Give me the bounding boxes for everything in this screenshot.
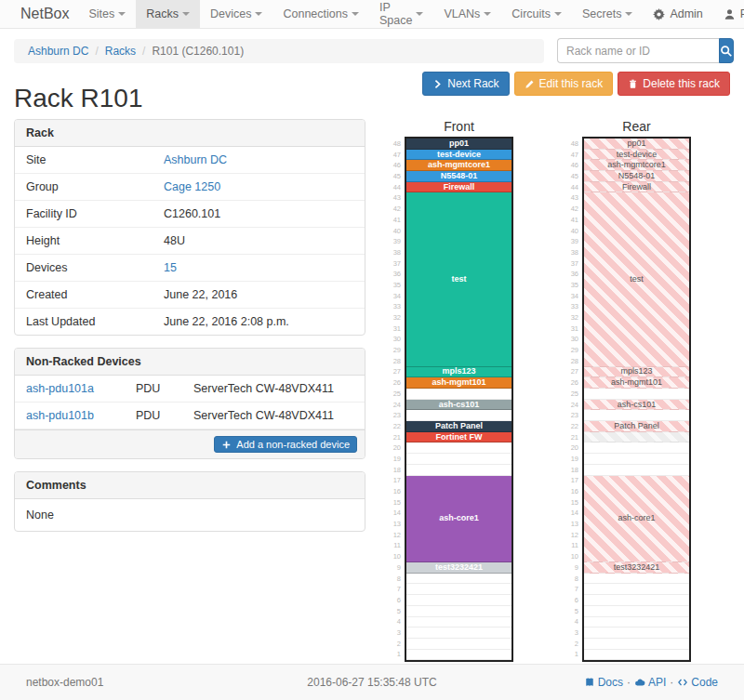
nav-item-racks[interactable]: Racks [136, 0, 200, 28]
device-link[interactable]: ash-pdu101b [26, 409, 136, 422]
rack-unit-device-pp01[interactable]: pp01 [406, 139, 512, 150]
rack-unit-device-test-device[interactable]: test-device [406, 150, 512, 161]
nav-item-secrets[interactable]: Secrets [572, 0, 643, 28]
nav-item-circuits[interactable]: Circuits [501, 0, 572, 28]
rack-unit-device-ash-mgmt101-rear[interactable]: ash-mgmt101 [584, 377, 689, 389]
rack-unit-empty [584, 584, 689, 595]
rack-details-column: Rack SiteAshburn DCGroupCage 1250Facilit… [14, 119, 365, 662]
row-value[interactable]: 15 [164, 261, 177, 274]
unit-number: 4 [565, 616, 582, 627]
rack-unit-device-pp01-rear[interactable]: pp01 [584, 139, 689, 150]
rack-unit-device-patch-panel[interactable]: Patch Panel [406, 421, 512, 432]
unit-number: 43 [565, 192, 582, 204]
rack-unit-device-firewall-rear[interactable]: Firewall [584, 182, 689, 193]
rack-unit-empty [584, 627, 689, 639]
rack-unit-device-fortinet-fw[interactable]: Fortinet FW [406, 432, 512, 443]
breadcrumb-link[interactable]: Racks [105, 45, 136, 58]
footer-link-code[interactable]: Code [677, 676, 718, 689]
nav-item-vlans[interactable]: VLANs [433, 0, 501, 28]
footer-separator: · [627, 676, 631, 689]
unit-number: 2 [388, 639, 405, 650]
unit-number: 40 [565, 226, 582, 237]
unit-number: 20 [388, 442, 405, 454]
caret-down-icon [554, 12, 562, 16]
app-brand[interactable]: NetBox [11, 0, 78, 28]
rack-unit-device-test3232421[interactable]: test3232421 [406, 562, 512, 574]
rack-unit-empty [406, 410, 512, 421]
unit-number: 18 [565, 465, 582, 476]
row-value[interactable]: Cage 1250 [164, 180, 220, 193]
rack-unit-device-test-rear[interactable]: test [584, 192, 689, 366]
table-row: Facility IDC1260.101 [15, 201, 365, 228]
next-rack-button[interactable]: Next Rack [422, 72, 509, 96]
unit-number: 24 [388, 400, 405, 411]
breadcrumb-link[interactable]: Ashburn DC [28, 45, 88, 58]
unit-number: 33 [565, 301, 582, 312]
rack-unit-device-n5548-01[interactable]: N5548-01 [406, 171, 512, 182]
rack-unit-device-fortinet-fw-rear[interactable] [584, 432, 689, 443]
nav-item-profile[interactable]: Profile [713, 0, 744, 28]
rack-unit-device-ash-mgmtcore1-rear[interactable]: ash-mgmtcore1 [584, 160, 689, 171]
nav-item-sites[interactable]: Sites [78, 0, 136, 28]
rack-unit-device-test[interactable]: test [406, 192, 512, 366]
elevation-rear-title: Rear [565, 119, 691, 134]
unit-number: 15 [388, 497, 405, 508]
unit-number: 9 [388, 562, 405, 574]
device-link[interactable]: ash-pdu101a [26, 382, 136, 395]
nav-item-connections[interactable]: Connections [272, 0, 369, 28]
rack-unit-device-ash-core1[interactable]: ash-core1 [406, 476, 512, 563]
rack-unit-device-mpls123[interactable]: mpls123 [406, 367, 512, 378]
unit-number: 28 [388, 356, 405, 367]
rack-unit-device-mpls123-rear[interactable]: mpls123 [584, 367, 689, 378]
nav-item-admin[interactable]: Admin [643, 0, 712, 28]
unit-number: 37 [388, 258, 405, 270]
navbar: NetBox SitesRacksDevicesConnectionsIP Sp… [0, 0, 744, 29]
rack-unit-device-ash-mgmtcore1[interactable]: ash-mgmtcore1 [406, 160, 512, 171]
footer-link-docs[interactable]: Docs [584, 676, 623, 689]
unit-number: 10 [565, 551, 582, 562]
unit-number: 30 [565, 334, 582, 345]
nav-item-label: Circuits [512, 7, 551, 20]
rack-unit-device-test3232421-rear[interactable]: test3232421 [584, 562, 689, 574]
caret-down-icon [352, 12, 359, 16]
row-label: Facility ID [26, 207, 164, 220]
unit-number: 44 [388, 182, 405, 193]
unit-number: 46 [388, 160, 405, 171]
row-value[interactable]: Ashburn DC [164, 153, 227, 166]
edit-rack-button[interactable]: Edit this rack [514, 72, 614, 96]
elevation-front-title: Front [388, 119, 513, 134]
unit-number: 17 [388, 475, 405, 486]
footer-links: Docs · API · Code [487, 676, 718, 689]
table-row: ash-pdu101aPDUServerTech CW-48VDX411 [15, 376, 365, 403]
breadcrumb-item: Ashburn DC [28, 45, 88, 58]
unit-number: 26 [388, 377, 405, 389]
unit-number: 41 [565, 215, 582, 226]
rack-unit-empty [406, 442, 512, 454]
unit-number: 12 [388, 530, 405, 541]
device-role: PDU [136, 409, 193, 422]
rack-unit-empty [584, 595, 689, 606]
unit-number: 39 [388, 236, 405, 247]
plus-icon [221, 440, 232, 450]
footer-link-api[interactable]: API [634, 676, 666, 689]
rack-unit-device-ash-cs101-rear[interactable]: ash-cs101 [584, 400, 689, 411]
add-nonracked-device-button[interactable]: Add a non-racked device [214, 436, 357, 453]
search-button[interactable] [719, 38, 734, 63]
search-input[interactable] [557, 38, 719, 63]
nav-item-devices[interactable]: Devices [200, 0, 272, 28]
rack-unit-device-n5548-01-rear[interactable]: N5548-01 [584, 171, 689, 182]
rack-unit-empty [406, 454, 512, 465]
rack-unit-device-test-device-rear[interactable]: test-device [584, 150, 689, 161]
nav-item-ip-space[interactable]: IP Space [369, 0, 433, 28]
rack-unit-device-ash-core1-rear[interactable]: ash-core1 [584, 476, 689, 563]
unit-number: 24 [565, 400, 582, 411]
row-value: C1260.101 [164, 207, 220, 220]
rack-unit-empty [584, 389, 689, 400]
unit-number: 40 [388, 226, 405, 237]
rack-unit-device-patch-panel-rear[interactable]: Patch Panel [584, 421, 689, 432]
rack-unit-empty [584, 410, 689, 421]
rack-unit-device-ash-mgmt101[interactable]: ash-mgmt101 [406, 377, 512, 389]
rack-unit-device-firewall[interactable]: Firewall [406, 182, 512, 193]
delete-rack-button[interactable]: Delete this rack [618, 72, 730, 96]
rack-unit-device-ash-cs101[interactable]: ash-cs101 [406, 400, 512, 411]
